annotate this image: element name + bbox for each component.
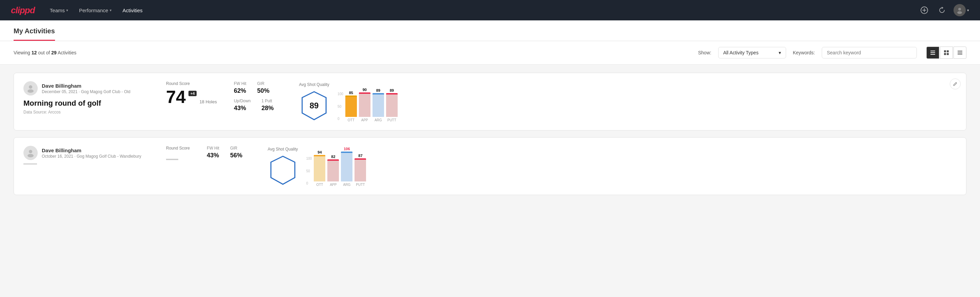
user-name: Dave Billingham: [42, 83, 130, 89]
svg-rect-11: [947, 53, 949, 55]
chevron-down-icon: ▾: [66, 8, 68, 13]
bar-app: 90 APP: [359, 81, 371, 122]
y-label-100: 100: [337, 92, 343, 96]
filter-bar: Viewing 12 out of 29 Activities Show: Al…: [0, 41, 980, 65]
card-left-2: Dave Billingham October 16, 2021 · Gog M…: [24, 146, 166, 167]
svg-point-19: [29, 150, 32, 153]
bar-ott-label: OTT: [348, 118, 355, 122]
chevron-down-icon-select: ▾: [779, 50, 781, 55]
hex-score: 89: [310, 101, 319, 110]
holes-text: 18 Holes: [199, 99, 216, 104]
view-grid-button[interactable]: [940, 46, 953, 59]
svg-rect-6: [931, 52, 935, 53]
bar-putt-label-2: PUTT: [356, 183, 365, 187]
y-axis-2: 100 50 0: [306, 156, 312, 187]
bar-arg-value-2: 106: [344, 147, 350, 151]
user-details: Dave Billingham December 05, 2021 · Gog …: [42, 83, 130, 94]
y-label-50-2: 50: [306, 169, 312, 173]
score-divider: [24, 163, 37, 164]
bar-ott: 85 OTT: [345, 81, 357, 122]
bars-container: 85 OTT 90: [345, 81, 398, 122]
bar-arg: 89 ARG: [372, 81, 384, 122]
card-left: Dave Billingham December 05, 2021 · Gog …: [24, 81, 166, 115]
viewing-text: Viewing 12 out of 29 Activities: [14, 50, 691, 55]
bar-ott-bar-2: [314, 155, 325, 182]
bar-app-value: 90: [363, 88, 367, 92]
user-date: December 05, 2021 · Gog Magog Golf Club …: [42, 89, 130, 94]
user-name-2: Dave Billingham: [42, 147, 141, 153]
bars-container-2: 94 OTT 82 APP: [314, 146, 366, 187]
stat-fw-hit-2: FW Hit 43%: [207, 146, 220, 159]
score-number: 74: [166, 88, 186, 106]
bar-ott-2: 94 OTT: [314, 146, 325, 187]
hexagon-container-2: Avg Shot Quality: [267, 147, 298, 185]
hexagon: 89: [299, 90, 329, 121]
user-menu[interactable]: ▾: [953, 4, 969, 16]
main-content: Dave Billingham December 05, 2021 · Gog …: [0, 65, 980, 203]
bar-putt: 89 PUTT: [386, 81, 398, 122]
bar-putt-value-2: 87: [358, 153, 362, 158]
round-score-label-2: Round Score: [166, 146, 190, 150]
bar-arg-bar-2: [341, 152, 353, 182]
bar-app-bar: [359, 93, 371, 117]
user-date-2: October 16, 2021 · Gog Magog Golf Club -…: [42, 154, 141, 159]
edit-button[interactable]: [950, 78, 961, 89]
svg-rect-7: [931, 54, 935, 55]
nav-label-performance: Performance: [79, 8, 108, 13]
avatar: [953, 4, 966, 16]
view-list-full-button[interactable]: [953, 46, 966, 59]
nav-item-activities[interactable]: Activities: [119, 5, 147, 16]
round-score-group-2: Round Score —: [166, 146, 190, 165]
avatar: [24, 81, 38, 96]
logo[interactable]: clippd: [11, 5, 35, 16]
stat-1putt: 1 Putt 28%: [261, 99, 274, 112]
add-button[interactable]: [918, 4, 931, 16]
show-label: Show:: [698, 50, 711, 55]
svg-point-20: [27, 154, 33, 157]
round-score-block: 74 +4 18 Holes: [166, 88, 217, 106]
activity-type-select[interactable]: All Activity Types ▾: [718, 47, 786, 59]
hexagon-2: [267, 155, 298, 185]
bar-putt-2: 87 PUTT: [355, 146, 366, 187]
y-label-0: 0: [337, 117, 343, 121]
refresh-button[interactable]: [936, 4, 948, 16]
bar-ott-bar: [345, 96, 357, 117]
bar-app-bar-2: [327, 160, 339, 182]
card-top: Dave Billingham December 05, 2021 · Gog …: [24, 81, 956, 122]
mini-stats-container-2: FW Hit 43% GIR 56%: [207, 146, 242, 159]
hexagon-container: Avg Shot Quality 89: [299, 82, 329, 121]
bar-ott-value-2: 94: [318, 150, 321, 154]
view-toggles: [926, 46, 966, 59]
round-score-label: Round Score: [166, 81, 217, 86]
nav-item-performance[interactable]: Performance ▾: [75, 5, 116, 16]
mini-stats-row1-2: FW Hit 43% GIR 56%: [207, 146, 242, 159]
nav-item-teams[interactable]: Teams ▾: [46, 5, 72, 16]
avatar-2: [24, 146, 38, 160]
data-source: Data Source: Arccos: [24, 110, 166, 115]
y-label-0-2: 0: [306, 182, 312, 185]
activity-card-2: Dave Billingham October 16, 2021 · Gog M…: [14, 137, 966, 195]
stat-updown: Up/Down 43%: [234, 99, 251, 112]
view-list-compact-button[interactable]: [926, 46, 939, 59]
search-input[interactable]: [822, 47, 917, 59]
quality-label: Avg Shot Quality: [299, 82, 329, 87]
keywords-label: Keywords:: [793, 50, 815, 55]
y-label-100-2: 100: [306, 156, 312, 160]
score-badge: +4: [188, 91, 197, 96]
bar-arg-label: ARG: [375, 118, 382, 122]
card-stats-2: Round Score — FW Hit 43% GIR 56%: [166, 146, 956, 187]
bar-app-label-2: APP: [330, 183, 337, 187]
stat-fw-hit: FW Hit 62%: [234, 81, 247, 94]
y-label-50: 50: [337, 105, 343, 109]
nav-items: Teams ▾ Performance ▾ Activities: [46, 5, 907, 16]
user-info: Dave Billingham December 05, 2021 · Gog …: [24, 81, 166, 96]
bar-arg-bar: [372, 93, 384, 117]
bar-app-2: 82 APP: [327, 146, 339, 187]
svg-point-16: [29, 85, 32, 89]
bar-putt-bar-2: [355, 158, 366, 182]
card-stats: Round Score 74 +4 18 Holes FW Hit 62%: [166, 81, 956, 122]
bar-arg-label-2: ARG: [343, 183, 351, 187]
svg-rect-10: [944, 53, 946, 55]
bar-ott-label-2: OTT: [316, 183, 323, 187]
svg-point-4: [957, 11, 962, 14]
